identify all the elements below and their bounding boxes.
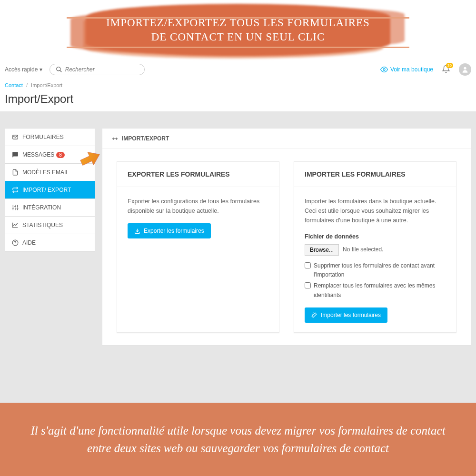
breadcrumb-sep: / [26, 82, 28, 88]
search-wrap[interactable] [50, 64, 145, 75]
svg-point-3 [464, 67, 466, 69]
browse-button[interactable]: Browse... [305, 244, 339, 256]
sidebar-item-aide[interactable]: AIDE [5, 234, 95, 252]
import-panel: IMPORTER LES FORMULAIRES Importer les fo… [294, 161, 456, 333]
export-panel: EXPORTER LES FORMULAIRES Exporter les co… [117, 161, 279, 333]
sidebar-item-int-gration[interactable]: INTÉGRATION [5, 198, 95, 217]
chat-icon [12, 151, 19, 158]
breadcrumb-root[interactable]: Contact [5, 82, 23, 88]
sidebar-item-label: INTÉGRATION [22, 204, 61, 211]
export-desc: Exporter les configurations de tous les … [128, 197, 268, 216]
view-shop-link[interactable]: Voir ma boutique [380, 66, 433, 73]
sidebar-item-import-export[interactable]: IMPORT/ EXPORT [5, 181, 95, 199]
question-icon [12, 239, 19, 246]
promo-banner: IMPORTEZ/EXPORTEZ TOUS LES FORMULAIRES D… [0, 0, 476, 60]
svg-point-0 [56, 67, 60, 71]
swap-icon [12, 187, 19, 193]
svg-point-2 [383, 69, 385, 70]
sliders-icon [12, 204, 19, 211]
messages-badge: 8 [56, 152, 65, 158]
swap-icon [112, 136, 118, 142]
check-replace[interactable] [305, 282, 311, 288]
svg-line-1 [60, 70, 61, 72]
search-input[interactable] [65, 66, 139, 73]
eye-icon [380, 66, 388, 73]
sidebar-item-label: STATISTIQUES [22, 222, 63, 228]
sidebar-item-statistiques[interactable]: STATISTIQUES [5, 216, 95, 234]
breadcrumb-area: Contact / Import/Export [0, 79, 476, 90]
notifications-button[interactable]: 36 [442, 65, 450, 75]
file-input-row: Browse... No file selected. [305, 244, 446, 256]
sidebar-item-label: FORMULAIRES [22, 134, 64, 140]
sidebar-item-label: MESSAGES [22, 151, 54, 158]
mail-icon [12, 134, 19, 140]
main-area: FORMULAIRESMESSAGES8MODÈLES EMAILIMPORT/… [0, 111, 476, 403]
content-body: EXPORTER LES FORMULAIRES Exporter les co… [102, 149, 471, 345]
breadcrumb: Contact / Import/Export [5, 82, 62, 88]
import-desc: Importer les formulaires dans la boutiqu… [305, 197, 446, 225]
import-button[interactable]: Importer les formulaires [305, 307, 387, 323]
doc-icon [12, 169, 19, 176]
check-delete[interactable] [305, 262, 311, 268]
content-header: IMPORT/EXPORT [102, 129, 471, 149]
wand-icon [311, 312, 317, 318]
sidebar-item-label: AIDE [22, 239, 36, 246]
export-panel-body: Exporter les configurations de tous les … [117, 187, 279, 248]
file-status: No file selected. [343, 245, 383, 254]
sidebar-item-label: MODÈLES EMAIL [22, 169, 69, 176]
notifications-badge: 36 [446, 63, 453, 68]
check-replace-row[interactable]: Remplacer tous les formulaires avec les … [305, 281, 446, 299]
file-label: Fichier de données [305, 232, 446, 241]
export-panel-title: EXPORTER LES FORMULAIRES [117, 162, 279, 187]
import-panel-title: IMPORTER LES FORMULAIRES [294, 162, 456, 187]
check-delete-row[interactable]: Supprimer tous les formulaires de contac… [305, 261, 446, 279]
download-icon [134, 228, 140, 234]
footer-promo: Il s'agit d'une fonctionnalité utile lor… [0, 403, 476, 476]
export-button[interactable]: Exporter les formulaires [128, 223, 211, 238]
chevron-down-icon: ▾ [40, 66, 42, 73]
sidebar-item-label: IMPORT/ EXPORT [22, 187, 71, 193]
content-panel: IMPORT/EXPORT EXPORTER LES FORMULAIRES E… [102, 128, 471, 346]
import-panel-body: Importer les formulaires dans la boutiqu… [294, 187, 456, 332]
page-title: Import/Export [0, 90, 476, 111]
promo-line-bottom [67, 47, 409, 48]
breadcrumb-current: Import/Export [31, 82, 62, 88]
promo-title: IMPORTEZ/EXPORTEZ TOUS LES FORMULAIRES D… [106, 16, 370, 44]
user-icon [461, 66, 469, 73]
search-icon [56, 66, 62, 73]
topbar: Accès rapide ▾ Voir ma boutique 36 [0, 60, 476, 79]
quick-access-dropdown[interactable]: Accès rapide ▾ [5, 66, 42, 73]
chart-icon [12, 222, 19, 228]
avatar[interactable] [459, 63, 471, 76]
